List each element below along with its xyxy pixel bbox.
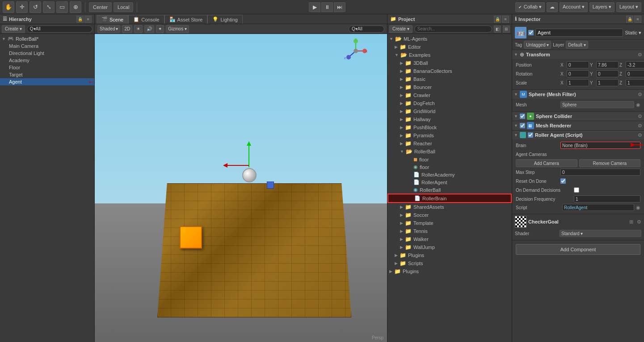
collab-btn[interactable]: ✔ Collab ▾: [515, 2, 545, 12]
project-item-rollerball-asset[interactable]: ◉ RollerBall: [387, 186, 512, 194]
brain-value-field[interactable]: None (Brain): [560, 142, 640, 149]
hierarchy-item-directional-light[interactable]: Directional Light: [0, 50, 94, 57]
project-item-pyramids[interactable]: ▶ 📁 Pyramids: [387, 131, 512, 139]
mesh-dropdown[interactable]: Sphere: [560, 101, 634, 108]
roller-agent-header[interactable]: ▼ Roller Agent (Script) ⚙: [512, 131, 644, 139]
account-btn[interactable]: Account ▾: [560, 2, 588, 12]
cloud-btn[interactable]: ☁: [547, 2, 558, 12]
tab-lighting[interactable]: 💡 Lighting: [207, 15, 243, 24]
hierarchy-search-input[interactable]: [27, 25, 93, 33]
hierarchy-root[interactable]: ▼ 🎮 RollerBall*: [0, 35, 94, 42]
project-item-rollerbrain[interactable]: 📄 RollerBrain: [387, 194, 512, 203]
mesh-renderer-check[interactable]: [520, 123, 525, 128]
agent-active-check[interactable]: [528, 30, 534, 35]
fx-btn[interactable]: ✦: [156, 25, 164, 33]
project-item-banana[interactable]: ▶ 📁 BananaCollectors: [387, 67, 512, 75]
agent-active-checkbox[interactable]: [528, 30, 534, 35]
add-component-btn[interactable]: Add Component: [516, 244, 640, 255]
hierarchy-item-main-camera[interactable]: Main Camera: [0, 42, 94, 50]
project-item-walljump[interactable]: ▶ 📁 WallJump: [387, 243, 512, 251]
sphere-collider-check[interactable]: [520, 114, 525, 119]
pos-z-input[interactable]: [626, 61, 644, 68]
transform-settings-icon[interactable]: ⚙: [638, 52, 642, 58]
decision-freq-input[interactable]: [574, 195, 640, 203]
scale-tool-btn[interactable]: ⤡: [43, 1, 55, 13]
scale-z-input[interactable]: [626, 79, 644, 86]
center-btn[interactable]: Center: [89, 2, 112, 12]
inspector-menu-btn[interactable]: ≡: [634, 16, 641, 23]
project-item-template[interactable]: ▶ 📁 Template: [387, 219, 512, 227]
pos-x-input[interactable]: [567, 61, 589, 68]
shader-dropdown[interactable]: Standard ▾: [560, 230, 641, 237]
script-select-icon[interactable]: ◉: [636, 205, 640, 211]
project-filter-btn[interactable]: ◧: [494, 25, 501, 33]
inspector-lock-btn[interactable]: 🔒: [626, 16, 633, 23]
mesh-renderer-settings[interactable]: ⚙: [638, 123, 642, 129]
tab-scene[interactable]: 🎬 Scene: [97, 15, 128, 24]
project-item-dogfetch[interactable]: ▶ 📁 DogFetch: [387, 99, 512, 107]
project-item-hallway[interactable]: ▶ 📁 Hallway: [387, 115, 512, 123]
layer-dropdown[interactable]: Default ▾: [566, 41, 588, 49]
agent-name-field[interactable]: [535, 29, 623, 37]
tab-asset-store[interactable]: 🏪 Asset Store: [164, 15, 208, 24]
project-item-3dball[interactable]: ▶ 📁 3DBall: [387, 59, 512, 67]
project-item-editor[interactable]: ▶ 📁 Editor: [387, 43, 512, 51]
mesh-renderer-header[interactable]: ▼ ▦ Mesh Renderer ⚙: [512, 121, 644, 130]
tab-console[interactable]: 📋 Console: [128, 15, 164, 24]
pause-btn[interactable]: ⏸: [321, 2, 333, 12]
project-item-examples[interactable]: ▼ 📂 Examples: [387, 51, 512, 59]
project-view-btn[interactable]: ⊞: [503, 25, 510, 33]
hierarchy-lock-btn[interactable]: 🔒: [76, 16, 84, 23]
scene-search-input[interactable]: [349, 25, 384, 33]
hand-tool-btn[interactable]: ✋: [3, 1, 14, 13]
sphere-collider-header[interactable]: ▼ ● Sphere Collider ⚙: [512, 112, 644, 121]
pos-y-input[interactable]: [596, 61, 619, 68]
rot-z-input[interactable]: [626, 70, 644, 77]
scale-y-input[interactable]: [596, 79, 619, 86]
project-item-floor1[interactable]: ◼ floor: [387, 156, 512, 163]
project-item-crawler[interactable]: ▶ 📁 Crawler: [387, 91, 512, 99]
shaded-dropdown[interactable]: Shaded ▾: [97, 25, 120, 33]
on-demand-check[interactable]: [574, 187, 579, 193]
play-btn[interactable]: ▶: [309, 2, 320, 12]
rotate-tool-btn[interactable]: ↺: [29, 1, 41, 13]
scene-viewport[interactable]: x y z Persp: [95, 34, 387, 342]
add-camera-btn[interactable]: Add Camera: [516, 159, 577, 167]
project-item-plugins1[interactable]: ▶ 📁 Plugins: [387, 251, 512, 259]
next-btn[interactable]: ⏭: [334, 2, 345, 12]
project-item-rolleracademy[interactable]: 📄 RollerAcademy: [387, 171, 512, 178]
project-item-floor2[interactable]: ◉ floor: [387, 163, 512, 171]
mesh-filter-settings[interactable]: ⚙: [638, 92, 642, 97]
mesh-filter-header[interactable]: ▼ M Sphere (Mesh Filter) ⚙: [512, 90, 644, 99]
mesh-select-icon[interactable]: ◉: [636, 102, 640, 108]
hierarchy-item-academy[interactable]: Academy: [0, 57, 94, 64]
gizmos-dropdown[interactable]: Gizmos ▾: [166, 25, 189, 33]
project-item-reacher[interactable]: ▶ 📁 Reacher: [387, 139, 512, 148]
tag-dropdown[interactable]: Untagged ▾: [524, 41, 551, 49]
project-item-rolleragent[interactable]: 📄 RollerAgent: [387, 178, 512, 186]
hierarchy-item-target[interactable]: Target: [0, 71, 94, 78]
roller-agent-settings[interactable]: ⚙: [638, 132, 642, 138]
project-item-sharedassets[interactable]: ▶ 📁 SharedAssets: [387, 203, 512, 211]
project-item-ml-agents[interactable]: ▼ 📂 ML-Agents: [387, 35, 512, 43]
project-item-walker[interactable]: ▶ 📁 Walker: [387, 235, 512, 243]
sphere-collider-settings[interactable]: ⚙: [638, 114, 642, 119]
rect-tool-btn[interactable]: ▭: [56, 1, 68, 13]
checker-goal-settings[interactable]: ⚙: [637, 219, 641, 225]
project-item-pushblock[interactable]: ▶ 📁 PushBlock: [387, 123, 512, 131]
project-item-scripts[interactable]: ▶ 📁 Scripts: [387, 259, 512, 267]
transform-tool-btn[interactable]: ⊕: [70, 1, 81, 13]
audio-btn[interactable]: 🔊: [144, 25, 154, 33]
project-menu-btn[interactable]: ≡: [502, 16, 509, 23]
project-item-soccer[interactable]: ▶ 📁 Soccer: [387, 211, 512, 219]
remove-camera-btn[interactable]: Remove Camera: [579, 159, 641, 167]
project-lock-btn[interactable]: 🔒: [494, 16, 501, 23]
rot-y-input[interactable]: [596, 70, 619, 77]
transform-header[interactable]: ▼ ⊕ Transform ⚙: [512, 50, 644, 59]
project-item-basic[interactable]: ▶ 📁 Basic: [387, 75, 512, 83]
hierarchy-item-floor[interactable]: Floor: [0, 64, 94, 71]
rot-x-input[interactable]: [567, 70, 589, 77]
project-item-bouncer[interactable]: ▶ 📁 Bouncer: [387, 83, 512, 91]
checker-goal-open[interactable]: ⊞: [629, 219, 633, 225]
hierarchy-menu-btn[interactable]: ≡: [84, 16, 92, 23]
